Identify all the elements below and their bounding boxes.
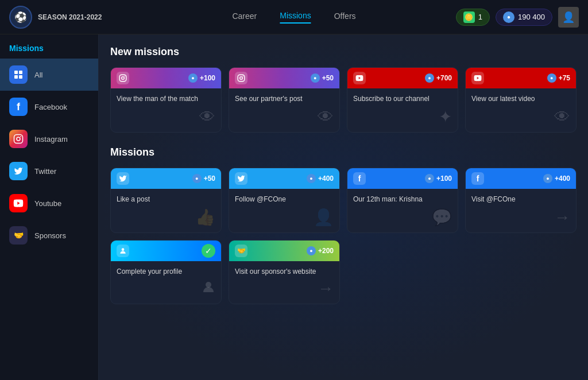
card-text-6: Follow @FCOne [235,195,334,204]
sidebar-label-facebook: Facebook [34,103,67,111]
mission-card-facebook-1[interactable]: f ● +100 Our 12th man: Krishna 💬 [347,168,458,233]
mission-card-twitter-1[interactable]: ● +50 Like a post 👍 [110,168,222,233]
coins-count: 1 [478,13,482,21]
mission-card-instagram-2[interactable]: ● +50 See our partner's post 👁 [229,67,340,133]
profile-platform-icon [117,245,129,257]
reward-coin-1: ● [188,73,198,83]
card-text-3: Subscribe to our channel [353,94,452,104]
follow-icon: 👤 [314,208,334,227]
facebook-platform-icon-2: f [471,172,484,185]
youtube-platform-icon-1 [353,72,366,84]
card-reward-8: ● +400 [543,174,570,183]
twitter-platform-icon-1 [117,172,129,185]
coins-badge: 🪙 1 [456,9,490,26]
nav-offers[interactable]: Offers [334,11,356,23]
card-text-5: Like a post [117,195,215,204]
card-text-2: See our partner's post [235,94,334,104]
card-text-sponsors: Visit our sponsor's website [235,267,334,277]
main-nav: Career Missions Offers [232,11,355,24]
sidebar-label-sponsors: Sponsors [34,231,66,240]
new-missions-title: New missions [110,46,577,58]
sidebar-item-youtube[interactable]: Youtube [0,187,98,219]
card-text-1: View the man of the match [117,94,215,104]
sidebar-label-all: All [34,71,42,79]
nav-career[interactable]: Career [232,11,257,23]
svg-rect-3 [19,75,22,79]
sidebar: Missions All f Facebook [0,34,99,380]
eye-icon-3: 👁 [554,107,570,126]
sidebar-item-twitter[interactable]: Twitter [0,155,98,187]
card-text-4: View our latest video [471,94,570,104]
svg-point-12 [243,76,243,76]
sidebar-item-sponsors[interactable]: 🤝 Sponsors [0,219,98,251]
mission-card-sponsors[interactable]: 🤝 ● +200 Visit our sponsor's website → [229,240,340,305]
sidebar-item-all[interactable]: All [0,59,98,91]
all-icon [9,65,28,84]
card-header-twitter-2: ● +400 [229,168,339,189]
reward-coin-3: ● [425,73,434,83]
sidebar-item-instagram[interactable]: Instagram [0,123,98,155]
svg-rect-10 [238,75,245,82]
instagram-platform-icon [117,72,129,84]
arrow-icon-2: → [318,280,334,298]
missions-title: Missions [110,146,577,158]
svg-point-9 [125,76,125,76]
mission-card-twitter-2[interactable]: ● +400 Follow @FCOne 👤 [229,168,340,233]
mission-card-youtube-1[interactable]: ● +700 Subscribe to our channel ✦ [347,67,458,133]
sidebar-label-youtube: Youtube [34,199,61,208]
twitter-icon [9,162,28,180]
header-right: 🪙 1 ● 190 400 👤 [456,7,579,28]
card-header-facebook-1: f ● +100 [347,168,458,189]
card-body-2: See our partner's post 👁 [229,88,339,132]
chat-icon: 💬 [432,208,452,227]
main-layout: Missions All f Facebook [0,34,588,380]
header-logo-area: ⚽ SEASON 2021-2022 [9,6,102,29]
card-header-profile: ✓ [111,241,221,261]
empty-slot-2 [465,240,577,305]
reward-coin-2: ● [311,73,320,83]
card-reward-2: ● +50 [311,73,334,83]
svg-rect-7 [119,75,126,82]
new-missions-grid: ● +100 View the man of the match 👁 [110,67,577,133]
arrow-icon-1: → [554,208,570,227]
club-logo: ⚽ [9,6,32,29]
card-body-3: Subscribe to our channel ✦ [347,88,458,132]
card-reward-3: ● +700 [425,73,452,83]
eye-icon-2: 👁 [318,107,334,126]
coins-icon: 🪙 [463,11,475,23]
profile-action-icon [202,280,215,298]
svg-point-5 [17,137,20,141]
instagram-platform-icon-2 [235,72,247,84]
twitter-platform-icon-2 [235,172,247,185]
sidebar-title: Missions [0,34,98,59]
app-header: ⚽ SEASON 2021-2022 Career Missions Offer… [0,0,588,34]
card-reward-4: ● +75 [547,73,570,83]
youtube-icon [9,194,28,212]
card-body-5: Like a post 👍 [111,189,221,232]
mission-card-facebook-2[interactable]: f ● +400 Visit @FCOne → [465,168,577,233]
mission-card-profile[interactable]: ✓ Complete your profile [110,240,222,305]
facebook-platform-icon-1: f [353,172,366,185]
svg-point-11 [240,77,243,80]
instagram-icon [9,130,28,148]
card-header-facebook-2: f ● +400 [466,168,576,189]
star-icon: ✦ [439,107,452,126]
mission-card-youtube-2[interactable]: ● +75 View our latest video 👁 [465,67,577,133]
sponsors-platform-icon: 🤝 [235,245,247,257]
sidebar-item-facebook[interactable]: f Facebook [0,91,98,123]
card-header-youtube-2: ● +75 [466,68,576,88]
card-reward-6: ● +400 [307,174,334,183]
card-reward-1: ● +100 [188,73,215,83]
card-header-instagram-2: ● +50 [229,68,339,88]
svg-point-14 [206,282,211,288]
nav-missions[interactable]: Missions [280,11,311,24]
card-reward-7: ● +100 [425,174,452,183]
card-header-sponsors: 🤝 ● +200 [229,241,339,261]
sidebar-label-twitter: Twitter [34,167,56,176]
credits-badge: ● 190 400 [496,9,552,26]
svg-point-8 [122,77,125,80]
card-body-7: Our 12th man: Krishna 💬 [347,189,458,232]
mission-card-instagram-1[interactable]: ● +100 View the man of the match 👁 [110,67,222,133]
user-avatar[interactable]: 👤 [558,7,579,28]
sidebar-label-instagram: Instagram [34,135,68,144]
